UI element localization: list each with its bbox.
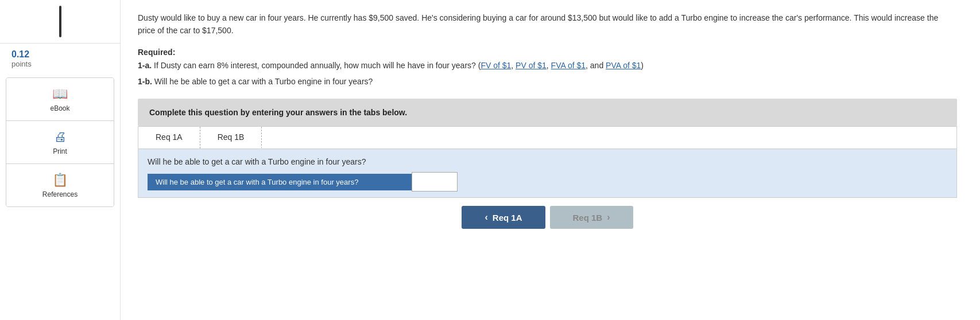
- req-line-1a: 1-a. If Dusty can earn 8% interest, comp…: [138, 59, 957, 73]
- ebook-icon: 📖: [52, 86, 68, 102]
- and-text: , and: [586, 61, 606, 70]
- fva-link[interactable]: FVA of $1: [551, 61, 586, 70]
- fv-link[interactable]: FV of $1: [481, 61, 511, 70]
- prev-chevron-icon: ‹: [485, 212, 487, 223]
- pv-link[interactable]: PV of $1: [516, 61, 547, 70]
- tabs-container: Req 1A Req 1B Will he be able to get a c…: [138, 126, 957, 198]
- nav-buttons: ‹ Req 1A Req 1B ›: [138, 206, 957, 229]
- print-label: Print: [53, 147, 67, 155]
- sidebar-item-references[interactable]: 📋 References: [6, 164, 114, 206]
- req-1a-prefix: 1-a. If Dusty can earn 8% interest, comp…: [138, 61, 481, 70]
- answer-label: Will he be able to get a car with a Turb…: [148, 174, 412, 190]
- sep2: ,: [547, 61, 551, 70]
- sidebar-item-ebook[interactable]: 📖 eBook: [6, 78, 114, 121]
- progress-bar: [59, 6, 61, 37]
- instructions-text: Complete this question by entering your …: [149, 108, 407, 117]
- answer-row: Will he be able to get a car with a Turb…: [148, 172, 947, 192]
- references-label: References: [42, 190, 78, 198]
- sep1: ,: [511, 61, 516, 70]
- next-button[interactable]: Req 1B ›: [550, 206, 633, 229]
- print-icon: 🖨: [52, 129, 68, 145]
- prev-button[interactable]: ‹ Req 1A: [462, 206, 545, 229]
- required-header: Required:: [138, 48, 957, 57]
- points-section: 0.12 points: [0, 49, 32, 77]
- tab-content-area: Will he be able to get a car with a Turb…: [138, 149, 956, 197]
- prev-button-label: Req 1A: [493, 213, 522, 223]
- tab-question: Will he be able to get a car with a Turb…: [148, 157, 947, 166]
- instructions-box: Complete this question by entering your …: [138, 99, 957, 126]
- answer-input[interactable]: [412, 172, 458, 192]
- tab-req1b[interactable]: Req 1B: [200, 127, 262, 149]
- required-section: Required: 1-a. If Dusty can earn 8% inte…: [138, 48, 957, 91]
- sidebar-top-bar: [0, 6, 120, 44]
- references-icon: 📋: [52, 172, 68, 188]
- problem-text: Dusty would like to buy a new car in fou…: [138, 11, 957, 37]
- required-label: Required:: [138, 48, 175, 57]
- points-label: points: [11, 60, 32, 68]
- next-chevron-icon: ›: [607, 212, 610, 223]
- next-button-label: Req 1B: [573, 213, 603, 223]
- req-1b-text: 1-b. Will he be able to get a car with a…: [138, 77, 373, 86]
- close-paren: ): [641, 61, 644, 70]
- sidebar-item-print[interactable]: 🖨 Print: [6, 121, 114, 164]
- points-value: 0.12: [11, 49, 32, 60]
- pva-link[interactable]: PVA of $1: [606, 61, 641, 70]
- ebook-label: eBook: [50, 104, 69, 112]
- req-line-1b: 1-b. Will he be able to get a car with a…: [138, 75, 957, 89]
- tab-req1a[interactable]: Req 1A: [138, 127, 200, 149]
- sidebar-icon-group: 📖 eBook 🖨 Print 📋 References: [6, 77, 114, 207]
- tabs-header: Req 1A Req 1B: [138, 127, 956, 149]
- main-content: Dusty would like to buy a new car in fou…: [121, 0, 980, 320]
- sidebar: 0.12 points 📖 eBook 🖨 Print 📋 References: [0, 0, 121, 320]
